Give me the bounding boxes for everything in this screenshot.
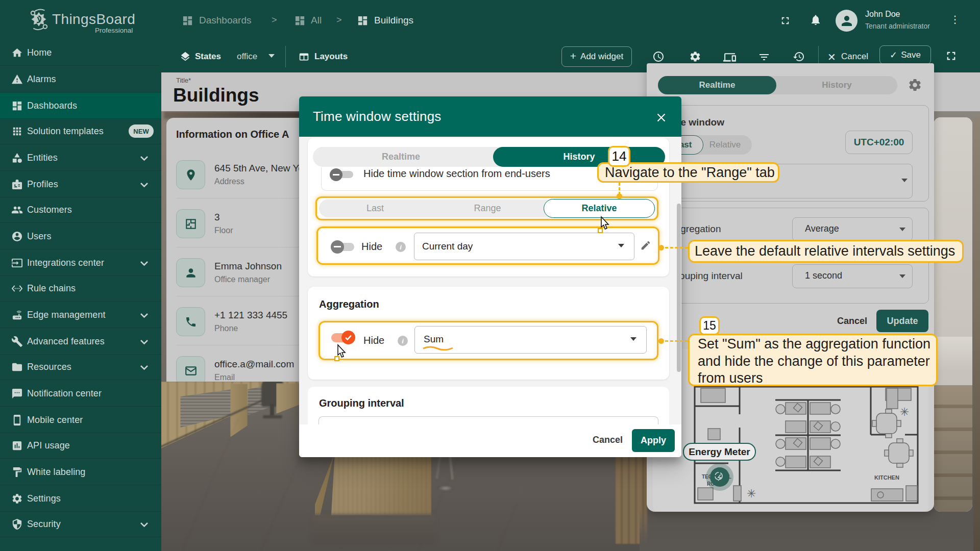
svg-text:KITCHEN: KITCHEN: [874, 474, 899, 481]
svg-text:✳: ✳: [747, 487, 756, 500]
svg-text:✳: ✳: [900, 406, 909, 418]
